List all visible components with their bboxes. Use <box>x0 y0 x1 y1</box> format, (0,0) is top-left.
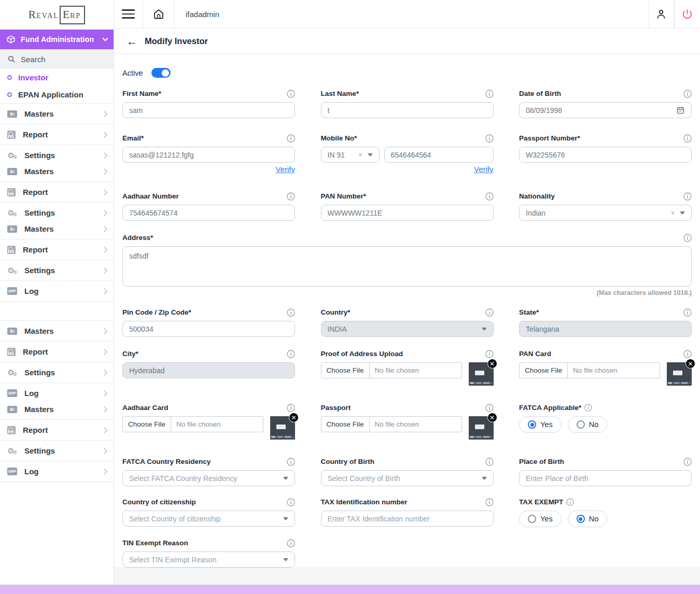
aadhaar-card-thumbnail[interactable]: ✕ <box>270 416 295 440</box>
search-input[interactable] <box>21 55 99 64</box>
chevron-down-icon <box>482 477 487 480</box>
citizenship-select[interactable]: Select Country of citizenship <box>122 511 295 527</box>
tax-exempt-yes-radio[interactable]: Yes <box>519 511 562 527</box>
pan-card-thumbnail[interactable]: ✕ <box>667 362 692 386</box>
radio-icon <box>577 515 585 523</box>
aadhaar-card-file-input[interactable]: Choose File No file chosen <box>122 416 263 432</box>
proof-of-address-file-input[interactable]: Choose File No file chosen <box>321 362 462 378</box>
sidebar-row: Settings Masters <box>0 203 114 239</box>
email-input[interactable] <box>122 147 295 163</box>
sidebar-item-log[interactable]: Log <box>0 385 114 401</box>
proof-of-address-field: Proof of Address Upload Choose File No f… <box>321 349 494 386</box>
sidebar-item-report[interactable]: Report <box>0 344 114 360</box>
sidebar-item-masters[interactable]: Masters <box>0 401 114 417</box>
tax-exempt-no-radio[interactable]: No <box>568 511 608 527</box>
tin-input[interactable] <box>321 511 494 527</box>
sidebar-item-report[interactable]: Report <box>0 422 114 438</box>
sidebar-item-report[interactable]: Report <box>0 184 114 200</box>
sidebar-item-report[interactable]: Report <box>0 126 114 143</box>
city-field: City* Hyderabad <box>122 349 295 386</box>
sidebar-item-epan-application[interactable]: EPAN Application <box>0 86 114 103</box>
info-icon <box>584 404 592 412</box>
sidebar-item-log[interactable]: Log <box>0 463 114 479</box>
fatca-applicable-label: FATCA Applicable* <box>519 404 581 412</box>
profile-button[interactable] <box>648 0 674 28</box>
info-icon <box>287 350 295 358</box>
file-status-text: No file chosen <box>171 420 226 428</box>
module-selector[interactable]: Fund Administration <box>0 30 114 49</box>
chevron-down-icon <box>102 35 108 41</box>
info-icon <box>287 134 295 143</box>
clear-icon[interactable]: × <box>670 209 675 217</box>
sidebar-item-settings[interactable]: Settings <box>0 205 114 221</box>
package-icon <box>6 35 16 44</box>
chevron-right-icon <box>101 168 107 174</box>
settings-icon <box>7 151 17 160</box>
first-name-input[interactable] <box>122 102 295 118</box>
choose-file-button[interactable]: Choose File <box>321 417 370 432</box>
back-button[interactable]: ← <box>127 36 137 47</box>
sidebar-item-settings[interactable]: Settings <box>0 262 114 278</box>
page-title: Modify Investor <box>145 36 208 46</box>
mobile-verify-link[interactable]: Verify <box>474 165 494 174</box>
sidebar-item-masters[interactable]: Masters <box>0 163 114 179</box>
sidebar-item-settings[interactable]: Settings <box>0 364 114 380</box>
proof-of-address-thumbnail[interactable]: ✕ <box>469 362 494 386</box>
email-verify-link[interactable]: Verify <box>275 165 295 174</box>
sidebar-row: Report <box>0 420 114 441</box>
address-textarea[interactable]: sdfsdf <box>122 246 692 287</box>
choose-file-button[interactable]: Choose File <box>123 417 171 432</box>
country-code-value: IN 91 <box>328 151 345 159</box>
sidebar-item-masters[interactable]: Masters <box>0 323 114 339</box>
calendar-icon[interactable] <box>676 106 685 115</box>
remove-file-icon[interactable]: ✕ <box>487 413 497 422</box>
tin-exempt-reason-select[interactable]: Select TIN Exempt Reason <box>122 551 295 568</box>
place-of-birth-input[interactable] <box>519 470 692 486</box>
passport-file-input[interactable]: Choose File No file chosen <box>321 416 462 432</box>
home-button[interactable] <box>143 0 174 28</box>
nationality-select[interactable]: Indian × <box>519 205 692 221</box>
mobile-number-input[interactable] <box>384 147 494 163</box>
hamburger-menu-button[interactable] <box>114 0 143 28</box>
remove-file-icon[interactable]: ✕ <box>289 413 299 422</box>
sidebar-item-log[interactable]: Log <box>0 283 114 299</box>
radio-label: Yes <box>540 420 553 429</box>
remove-file-icon[interactable]: ✕ <box>685 359 695 369</box>
radio-label: No <box>589 420 599 429</box>
sidebar-item-settings[interactable]: Settings <box>0 443 114 459</box>
pan-card-file-input[interactable]: Choose File No file chosen <box>519 362 660 378</box>
passport-number-input[interactable] <box>519 147 692 163</box>
date-of-birth-input[interactable]: 08/09/1998 <box>519 102 692 118</box>
select-placeholder: Select TIN Exempt Reason <box>129 556 217 564</box>
sidebar-item-investor[interactable]: Investor <box>0 69 114 86</box>
sidebar-item-label: Settings <box>24 446 95 455</box>
aadhaar-number-input[interactable] <box>122 205 295 221</box>
info-icon <box>485 498 494 506</box>
clear-icon[interactable]: × <box>358 151 362 159</box>
mobile-label: Mobile No* <box>321 134 357 142</box>
sidebar-item-masters[interactable]: Masters <box>0 106 114 122</box>
sidebar-item-report[interactable]: Report <box>0 242 114 258</box>
choose-file-button[interactable]: Choose File <box>321 363 370 378</box>
sidebar-item-settings[interactable]: Settings <box>0 147 114 163</box>
passport-thumbnail[interactable]: ✕ <box>469 416 494 440</box>
state-field: State* Telangana <box>519 308 692 337</box>
radio-label: No <box>589 515 599 523</box>
settings-icon <box>7 266 17 275</box>
sidebar-item-masters[interactable]: Masters <box>0 221 114 237</box>
choose-file-button[interactable]: Choose File <box>520 363 568 378</box>
log-icon <box>7 389 17 397</box>
remove-file-icon[interactable]: ✕ <box>487 359 497 369</box>
active-toggle[interactable] <box>151 68 171 78</box>
logout-button[interactable] <box>674 0 700 28</box>
pan-number-input[interactable] <box>321 205 494 221</box>
fatca-country-select[interactable]: Select FATCA Country Residency <box>122 470 295 486</box>
country-of-birth-select[interactable]: Select Country of Birth <box>321 470 494 486</box>
fatca-no-radio[interactable]: No <box>568 416 608 433</box>
pin-code-input[interactable] <box>122 321 295 337</box>
fatca-yes-radio[interactable]: Yes <box>519 416 562 433</box>
masters-icon <box>7 110 17 118</box>
country-code-select[interactable]: IN 91 × <box>321 147 380 163</box>
tax-exempt-field: TAX EXEMPT Yes No <box>519 498 692 527</box>
last-name-input[interactable] <box>321 102 494 118</box>
